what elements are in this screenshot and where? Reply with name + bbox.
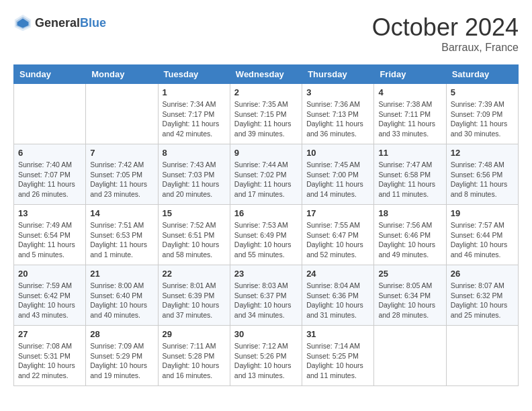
calendar-cell: 26Sunrise: 8:07 AM Sunset: 6:32 PM Dayli… [446, 265, 518, 326]
day-header-monday: Monday [86, 65, 158, 84]
cell-content: Sunrise: 7:57 AM Sunset: 6:44 PM Dayligh… [451, 220, 514, 260]
cell-content: Sunrise: 7:53 AM Sunset: 6:49 PM Dayligh… [234, 220, 298, 260]
cell-content: Sunrise: 7:52 AM Sunset: 6:51 PM Dayligh… [163, 220, 226, 260]
calendar-cell: 6Sunrise: 7:40 AM Sunset: 7:07 PM Daylig… [14, 144, 86, 205]
calendar-cell: 17Sunrise: 7:55 AM Sunset: 6:47 PM Dayli… [302, 205, 374, 265]
calendar-week-3: 13Sunrise: 7:49 AM Sunset: 6:54 PM Dayli… [14, 205, 519, 265]
calendar-cell: 12Sunrise: 7:48 AM Sunset: 6:56 PM Dayli… [446, 144, 518, 205]
calendar-cell: 20Sunrise: 7:59 AM Sunset: 6:42 PM Dayli… [14, 265, 86, 326]
cell-content: Sunrise: 7:38 AM Sunset: 7:11 PM Dayligh… [378, 99, 441, 139]
cell-content: Sunrise: 7:34 AM Sunset: 7:17 PM Dayligh… [163, 99, 226, 139]
cell-content: Sunrise: 7:43 AM Sunset: 7:03 PM Dayligh… [163, 160, 226, 199]
cell-content: Sunrise: 8:07 AM Sunset: 6:32 PM Dayligh… [451, 281, 514, 320]
calendar-cell [14, 84, 86, 144]
cell-content: Sunrise: 7:56 AM Sunset: 6:46 PM Dayligh… [378, 220, 441, 260]
cell-content: Sunrise: 7:08 AM Sunset: 5:31 PM Dayligh… [18, 341, 81, 381]
day-number: 23 [234, 269, 298, 279]
day-number: 31 [306, 329, 369, 339]
calendar-cell: 5Sunrise: 7:39 AM Sunset: 7:09 PM Daylig… [446, 84, 518, 144]
day-number: 19 [451, 208, 514, 218]
day-number: 6 [18, 148, 81, 158]
calendar-cell: 16Sunrise: 7:53 AM Sunset: 6:49 PM Dayli… [230, 205, 302, 265]
cell-content: Sunrise: 8:05 AM Sunset: 6:34 PM Dayligh… [378, 281, 441, 320]
calendar-table: SundayMondayTuesdayWednesdayThursdayFrid… [13, 64, 519, 386]
day-number: 10 [306, 148, 369, 158]
day-number: 8 [163, 148, 226, 158]
cell-content: Sunrise: 7:42 AM Sunset: 7:05 PM Dayligh… [90, 160, 153, 199]
calendar-cell: 21Sunrise: 8:00 AM Sunset: 6:40 PM Dayli… [86, 265, 158, 326]
cell-content: Sunrise: 7:49 AM Sunset: 6:54 PM Dayligh… [18, 220, 81, 260]
logo-general: General [35, 16, 80, 30]
day-number: 14 [90, 208, 153, 218]
calendar-cell: 10Sunrise: 7:45 AM Sunset: 7:00 PM Dayli… [302, 144, 374, 205]
cell-content: Sunrise: 7:44 AM Sunset: 7:02 PM Dayligh… [234, 160, 298, 199]
cell-content: Sunrise: 7:59 AM Sunset: 6:42 PM Dayligh… [18, 281, 81, 320]
calendar-header-row: SundayMondayTuesdayWednesdayThursdayFrid… [14, 65, 519, 84]
calendar-cell [446, 326, 518, 386]
day-number: 4 [378, 87, 441, 97]
day-number: 7 [90, 148, 153, 158]
cell-content: Sunrise: 7:45 AM Sunset: 7:00 PM Dayligh… [306, 160, 369, 199]
day-number: 17 [306, 208, 369, 218]
day-number: 13 [18, 208, 81, 218]
day-header-saturday: Saturday [446, 65, 518, 84]
day-header-wednesday: Wednesday [230, 65, 302, 84]
calendar-cell: 3Sunrise: 7:36 AM Sunset: 7:13 PM Daylig… [302, 84, 374, 144]
calendar-cell: 15Sunrise: 7:52 AM Sunset: 6:51 PM Dayli… [158, 205, 230, 265]
calendar-cell: 11Sunrise: 7:47 AM Sunset: 6:58 PM Dayli… [374, 144, 446, 205]
cell-content: Sunrise: 7:55 AM Sunset: 6:47 PM Dayligh… [306, 220, 369, 260]
cell-content: Sunrise: 7:47 AM Sunset: 6:58 PM Dayligh… [378, 160, 441, 199]
cell-content: Sunrise: 7:11 AM Sunset: 5:28 PM Dayligh… [163, 341, 226, 381]
month-title: October 2024 [372, 13, 519, 42]
calendar-week-4: 20Sunrise: 7:59 AM Sunset: 6:42 PM Dayli… [14, 265, 519, 326]
cell-content: Sunrise: 7:12 AM Sunset: 5:26 PM Dayligh… [234, 341, 298, 381]
title-area: October 2024 Barraux, France [372, 13, 519, 54]
cell-content: Sunrise: 8:00 AM Sunset: 6:40 PM Dayligh… [90, 281, 153, 320]
logo: GeneralBlue [13, 13, 106, 32]
day-number: 22 [163, 269, 226, 279]
day-number: 21 [90, 269, 153, 279]
calendar-cell: 19Sunrise: 7:57 AM Sunset: 6:44 PM Dayli… [446, 205, 518, 265]
day-header-tuesday: Tuesday [158, 65, 230, 84]
calendar-cell: 28Sunrise: 7:09 AM Sunset: 5:29 PM Dayli… [86, 326, 158, 386]
day-number: 18 [378, 208, 441, 218]
calendar-body: 1Sunrise: 7:34 AM Sunset: 7:17 PM Daylig… [14, 84, 519, 386]
calendar-cell: 14Sunrise: 7:51 AM Sunset: 6:53 PM Dayli… [86, 205, 158, 265]
day-number: 30 [234, 329, 298, 339]
cell-content: Sunrise: 7:36 AM Sunset: 7:13 PM Dayligh… [306, 99, 369, 139]
calendar-cell: 2Sunrise: 7:35 AM Sunset: 7:15 PM Daylig… [230, 84, 302, 144]
calendar-week-5: 27Sunrise: 7:08 AM Sunset: 5:31 PM Dayli… [14, 326, 519, 386]
day-number: 12 [451, 148, 514, 158]
day-number: 24 [306, 269, 369, 279]
cell-content: Sunrise: 7:14 AM Sunset: 5:25 PM Dayligh… [306, 341, 369, 381]
calendar-cell: 7Sunrise: 7:42 AM Sunset: 7:05 PM Daylig… [86, 144, 158, 205]
calendar-cell [86, 84, 158, 144]
cell-content: Sunrise: 8:04 AM Sunset: 6:36 PM Dayligh… [306, 281, 369, 320]
day-number: 11 [378, 148, 441, 158]
calendar-cell: 29Sunrise: 7:11 AM Sunset: 5:28 PM Dayli… [158, 326, 230, 386]
calendar-cell [374, 326, 446, 386]
day-number: 3 [306, 87, 369, 97]
cell-content: Sunrise: 8:03 AM Sunset: 6:37 PM Dayligh… [234, 281, 298, 320]
logo-icon [13, 13, 32, 32]
calendar-cell: 13Sunrise: 7:49 AM Sunset: 6:54 PM Dayli… [14, 205, 86, 265]
cell-content: Sunrise: 7:35 AM Sunset: 7:15 PM Dayligh… [234, 99, 298, 139]
day-number: 16 [234, 208, 298, 218]
day-number: 28 [90, 329, 153, 339]
cell-content: Sunrise: 7:48 AM Sunset: 6:56 PM Dayligh… [451, 160, 514, 199]
day-number: 27 [18, 329, 81, 339]
day-number: 1 [163, 87, 226, 97]
calendar-cell: 23Sunrise: 8:03 AM Sunset: 6:37 PM Dayli… [230, 265, 302, 326]
calendar-cell: 30Sunrise: 7:12 AM Sunset: 5:26 PM Dayli… [230, 326, 302, 386]
day-header-sunday: Sunday [14, 65, 86, 84]
calendar-cell: 18Sunrise: 7:56 AM Sunset: 6:46 PM Dayli… [374, 205, 446, 265]
cell-content: Sunrise: 7:09 AM Sunset: 5:29 PM Dayligh… [90, 341, 153, 381]
day-number: 2 [234, 87, 298, 97]
calendar-cell: 25Sunrise: 8:05 AM Sunset: 6:34 PM Dayli… [374, 265, 446, 326]
day-number: 25 [378, 269, 441, 279]
location-title: Barraux, France [372, 42, 519, 54]
cell-content: Sunrise: 8:01 AM Sunset: 6:39 PM Dayligh… [163, 281, 226, 320]
day-header-thursday: Thursday [302, 65, 374, 84]
calendar-cell: 4Sunrise: 7:38 AM Sunset: 7:11 PM Daylig… [374, 84, 446, 144]
day-number: 26 [451, 269, 514, 279]
